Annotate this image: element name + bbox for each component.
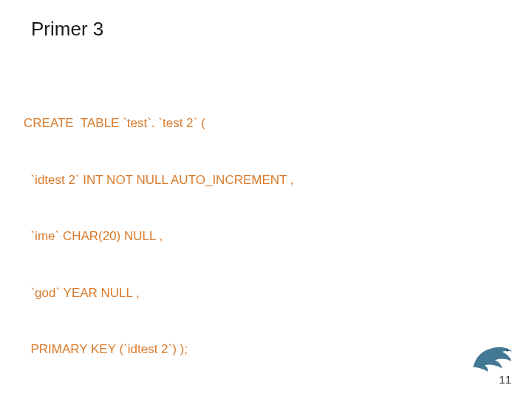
- slide-title: Primer 3: [31, 18, 505, 41]
- sql-create-block: CREATE TABLE `test`. `test 2` ( `idtest …: [24, 76, 505, 397]
- code-line: `ime` CHAR(20) NULL ,: [24, 227, 505, 246]
- spacer: [27, 397, 505, 400]
- page-number: 11: [499, 373, 511, 386]
- dolphin-logo-icon: [467, 337, 519, 374]
- slide: Primer 3 CREATE TABLE `test`. `test 2` (…: [0, 0, 532, 399]
- code-line: CREATE TABLE `test`. `test 2` (: [24, 114, 505, 133]
- code-line: `god` YEAR NULL ,: [24, 284, 505, 303]
- code-line: PRIMARY KEY (`idtest 2`) );: [24, 340, 505, 359]
- code-line: `idtest 2` INT NOT NULL AUTO_INCREMENT ,: [24, 171, 505, 190]
- svg-point-0: [506, 350, 508, 352]
